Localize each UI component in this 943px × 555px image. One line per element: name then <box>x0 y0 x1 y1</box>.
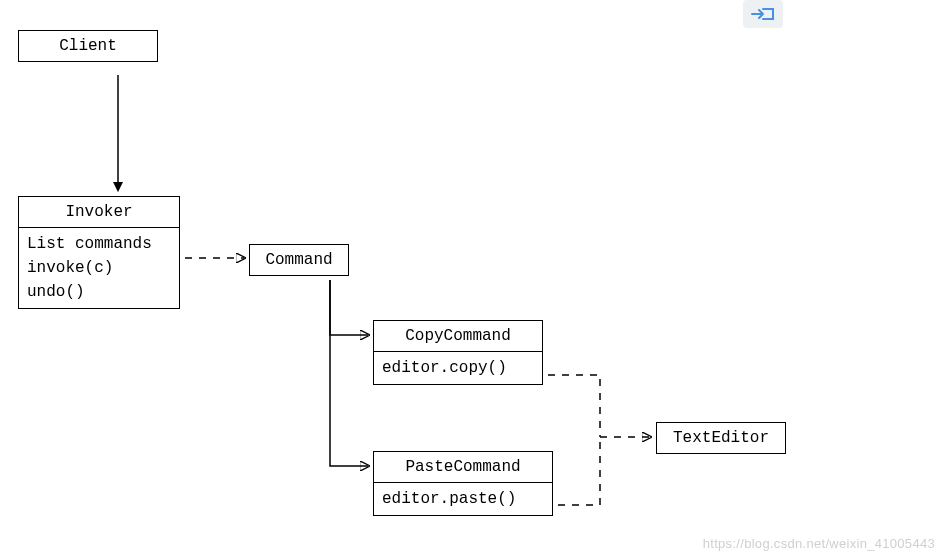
arrow-command-pastecommand <box>330 280 368 466</box>
client-box: Client <box>18 30 158 62</box>
arrow-badge-icon <box>751 5 775 23</box>
client-title: Client <box>19 31 157 61</box>
text-editor-title: TextEditor <box>657 423 785 453</box>
copy-command-box: CopyCommand editor.copy() <box>373 320 543 385</box>
window-badge <box>743 0 783 28</box>
dash-paste-to-merge <box>558 437 600 505</box>
arrow-command-copycommand <box>330 280 368 335</box>
invoker-body-line2: invoke(c) <box>27 256 171 280</box>
dash-copy-to-merge <box>548 375 600 437</box>
copy-command-body: editor.copy() <box>374 351 542 384</box>
invoker-title: Invoker <box>19 197 179 227</box>
watermark: https://blog.csdn.net/weixin_41005443 <box>703 536 935 551</box>
paste-command-title: PasteCommand <box>374 452 552 482</box>
invoker-box: Invoker List commands invoke(c) undo() <box>18 196 180 309</box>
invoker-body-line1: List commands <box>27 232 171 256</box>
copy-command-title: CopyCommand <box>374 321 542 351</box>
invoker-body-line3: undo() <box>27 280 171 304</box>
command-box: Command <box>249 244 349 276</box>
command-title: Command <box>250 245 348 275</box>
paste-command-box: PasteCommand editor.paste() <box>373 451 553 516</box>
invoker-body: List commands invoke(c) undo() <box>19 227 179 308</box>
paste-command-body: editor.paste() <box>374 482 552 515</box>
text-editor-box: TextEditor <box>656 422 786 454</box>
